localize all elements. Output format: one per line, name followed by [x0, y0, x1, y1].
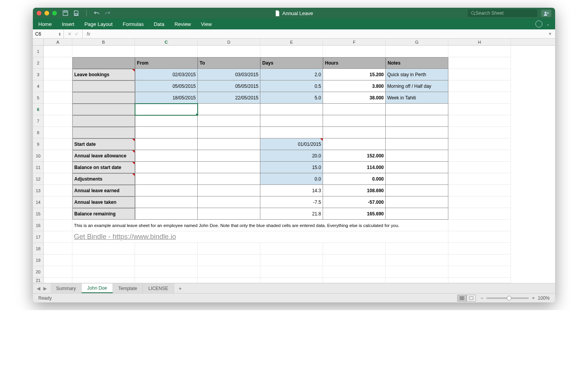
row-header[interactable]: 4 [33, 80, 43, 92]
cell[interactable]: 20.0 [260, 150, 323, 162]
bindle-link[interactable]: Get Bindle - https://www.bindle.io [74, 233, 176, 241]
name-box-stepper[interactable]: ▲▼ [58, 32, 61, 36]
row-header[interactable]: 7 [33, 115, 43, 127]
cell[interactable]: 03/03/2015 [198, 69, 260, 80]
col-header-f[interactable]: F [323, 39, 386, 45]
row-header[interactable]: 9 [33, 138, 43, 150]
cell[interactable]: 0.5 [260, 80, 323, 92]
feedback-icon[interactable] [535, 20, 542, 27]
save-icon[interactable] [73, 10, 79, 16]
sheet-tab-license[interactable]: LICENSE [143, 283, 174, 293]
cell[interactable]: 38.000 [323, 92, 386, 104]
col-header-d[interactable]: D [198, 39, 260, 45]
minimize-window-button[interactable] [44, 11, 49, 15]
ribbon-tab-formulas[interactable]: Formulas [123, 21, 144, 27]
row-header[interactable]: 18 [33, 243, 43, 254]
header-hours[interactable]: Hours [323, 57, 386, 69]
autosave-icon[interactable] [62, 10, 68, 16]
row-header[interactable]: 2 [33, 57, 43, 69]
cancel-formula-icon[interactable]: ✕ [68, 31, 72, 37]
cell[interactable] [198, 138, 260, 150]
ribbon-tab-review[interactable]: Review [174, 21, 191, 27]
row-header[interactable]: 5 [33, 92, 43, 104]
cell[interactable] [198, 127, 260, 138]
cell[interactable] [260, 115, 323, 127]
share-button[interactable] [541, 10, 551, 17]
note-text[interactable]: This is an example annual leave sheet fo… [72, 220, 448, 231]
cell[interactable]: 22/05/2015 [198, 92, 260, 104]
cell[interactable]: 114.000 [323, 162, 386, 173]
cell[interactable]: 152.000 [323, 150, 386, 162]
col-header-c[interactable]: C [135, 39, 198, 45]
add-sheet-button[interactable]: + [174, 285, 186, 292]
ribbon-tab-view[interactable]: View [201, 21, 212, 27]
zoom-in-button[interactable]: + [532, 295, 535, 301]
search-input[interactable] [475, 10, 534, 16]
label-leave-bookings[interactable]: Leave bookings [72, 69, 135, 80]
ribbon-tab-data[interactable]: Data [154, 21, 164, 27]
col-header-g[interactable]: G [386, 39, 448, 45]
row-header[interactable]: 1 [33, 46, 43, 57]
cell[interactable]: 14.3 [260, 185, 323, 196]
cell[interactable]: 05/05/2015 [198, 80, 260, 92]
cell[interactable] [72, 104, 135, 115]
row-header[interactable]: 20 [33, 266, 43, 278]
cell[interactable]: 2.0 [260, 69, 323, 80]
cell[interactable] [386, 104, 448, 115]
cell[interactable] [72, 80, 135, 92]
active-cell[interactable] [135, 104, 198, 115]
next-sheet-button[interactable]: ▶ [43, 286, 47, 291]
close-window-button[interactable] [37, 11, 41, 15]
cell[interactable] [72, 127, 135, 138]
ribbon-tab-page-layout[interactable]: Page Layout [84, 21, 113, 27]
cell[interactable]: Week in Tahiti [386, 92, 448, 104]
cell[interactable]: 18/05/2015 [135, 92, 198, 104]
cell[interactable]: 0.000 [323, 173, 386, 185]
row-header[interactable]: 6 [33, 104, 43, 115]
cell[interactable] [198, 115, 260, 127]
cell[interactable]: 05/05/2015 [135, 80, 198, 92]
fx-label[interactable]: fx [83, 31, 94, 37]
ribbon-collapse-icon[interactable]: ⌄ [546, 22, 550, 27]
header-to[interactable]: To [198, 57, 260, 69]
row-header[interactable]: 8 [33, 127, 43, 138]
cell[interactable]: 108.690 [323, 185, 386, 196]
cell[interactable]: 01/01/2015 [260, 138, 323, 150]
label-taken[interactable]: Annual leave taken [72, 196, 135, 208]
cell[interactable]: 5.0 [260, 92, 323, 104]
row-header[interactable]: 3 [33, 69, 43, 80]
ribbon-tab-home[interactable]: Home [38, 21, 52, 27]
cell[interactable] [386, 138, 448, 150]
prev-sheet-button[interactable]: ◀ [37, 286, 40, 291]
row-header[interactable]: 17 [33, 231, 43, 243]
formula-expand-icon[interactable]: ▼ [545, 32, 555, 36]
cell[interactable]: -7.5 [260, 196, 323, 208]
sheet-tab-john-doe[interactable]: John Doe [82, 283, 113, 293]
header-from[interactable]: From [135, 57, 198, 69]
cell[interactable]: 02/03/2015 [135, 69, 198, 80]
row-header[interactable]: 15 [33, 208, 43, 220]
col-header-e[interactable]: E [260, 39, 323, 45]
zoom-level[interactable]: 100% [538, 295, 550, 301]
page-layout-view-button[interactable] [467, 295, 476, 302]
cell[interactable] [323, 104, 386, 115]
cell[interactable] [386, 115, 448, 127]
cell[interactable] [135, 127, 198, 138]
search-sheet-box[interactable] [468, 9, 537, 17]
col-header-b[interactable]: B [72, 39, 135, 45]
row-header[interactable]: 21 [33, 278, 43, 283]
undo-icon[interactable] [94, 10, 100, 16]
cell[interactable] [72, 115, 135, 127]
cell[interactable]: 15.200 [323, 69, 386, 80]
name-box[interactable]: C6 ▲▼ [33, 29, 64, 38]
accept-formula-icon[interactable]: ✓ [75, 31, 79, 37]
header-notes[interactable]: Notes [386, 57, 448, 69]
label-adjustments[interactable]: Adjustments [72, 173, 135, 185]
row-header[interactable]: 16 [33, 220, 43, 231]
row-header[interactable]: 11 [33, 162, 43, 173]
cell[interactable]: Quick stay in Perth [386, 69, 448, 80]
cell[interactable] [323, 127, 386, 138]
cell[interactable]: 0.0 [260, 173, 323, 185]
cell[interactable]: Morning off / Half day [386, 80, 448, 92]
cell[interactable] [323, 115, 386, 127]
